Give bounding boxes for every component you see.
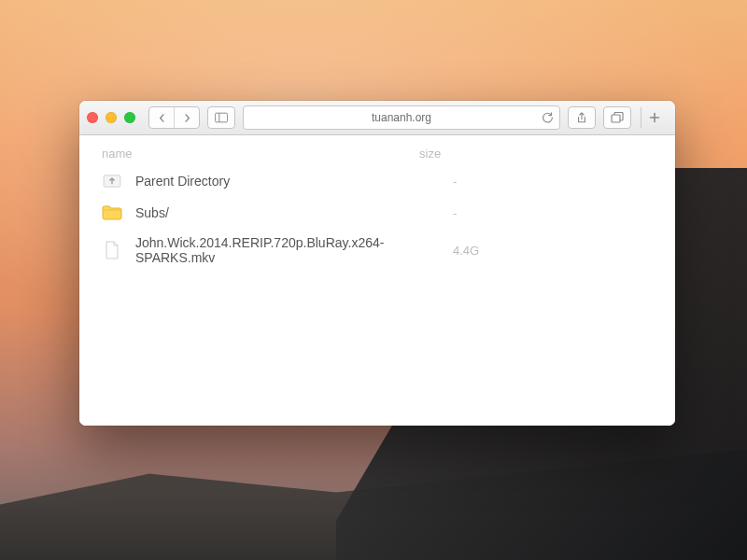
share-button[interactable] (568, 106, 596, 129)
directory-listing: name size Parent Directory - Subs/ (79, 135, 675, 426)
forward-button[interactable] (174, 107, 199, 128)
tabs-icon (611, 112, 624, 123)
toolbar-right-cluster (568, 106, 668, 129)
item-name: Parent Directory (135, 174, 440, 189)
column-header-size: size (419, 147, 475, 161)
plus-icon (649, 112, 660, 123)
item-size: - (453, 175, 457, 189)
reload-button[interactable] (542, 112, 554, 124)
sidebar-icon (215, 112, 228, 123)
reload-icon (542, 112, 554, 124)
svg-rect-2 (612, 115, 620, 122)
svg-rect-0 (215, 113, 227, 122)
item-size: - (453, 206, 457, 220)
chevron-left-icon (158, 114, 166, 122)
share-icon (575, 112, 588, 123)
back-button[interactable] (149, 107, 174, 128)
list-item[interactable]: John.Wick.2014.RERIP.720p.BluRay.x264-SP… (79, 229, 675, 272)
item-name: Subs/ (135, 205, 440, 220)
tabs-button[interactable] (603, 106, 631, 129)
browser-window: tuananh.org (79, 101, 675, 426)
window-controls (87, 112, 141, 123)
column-header-name: name (102, 147, 419, 161)
nav-buttons (148, 106, 200, 129)
minimize-window-button[interactable] (106, 112, 117, 123)
list-item[interactable]: Subs/ - (79, 197, 675, 229)
chevron-right-icon (183, 114, 191, 122)
column-headers: name size (79, 141, 675, 165)
address-text: tuananh.org (372, 111, 431, 124)
sidebar-toggle-button[interactable] (207, 106, 235, 129)
new-tab-button[interactable] (641, 107, 668, 128)
item-name: John.Wick.2014.RERIP.720p.BluRay.x264-SP… (135, 235, 440, 265)
folder-icon (102, 203, 122, 222)
close-window-button[interactable] (87, 112, 98, 123)
address-bar[interactable]: tuananh.org (243, 105, 560, 130)
zoom-window-button[interactable] (124, 112, 135, 123)
item-size: 4.4G (453, 244, 479, 258)
parent-directory-icon (102, 172, 122, 190)
file-icon (102, 241, 122, 259)
list-item[interactable]: Parent Directory - (79, 165, 675, 197)
toolbar: tuananh.org (79, 101, 675, 135)
